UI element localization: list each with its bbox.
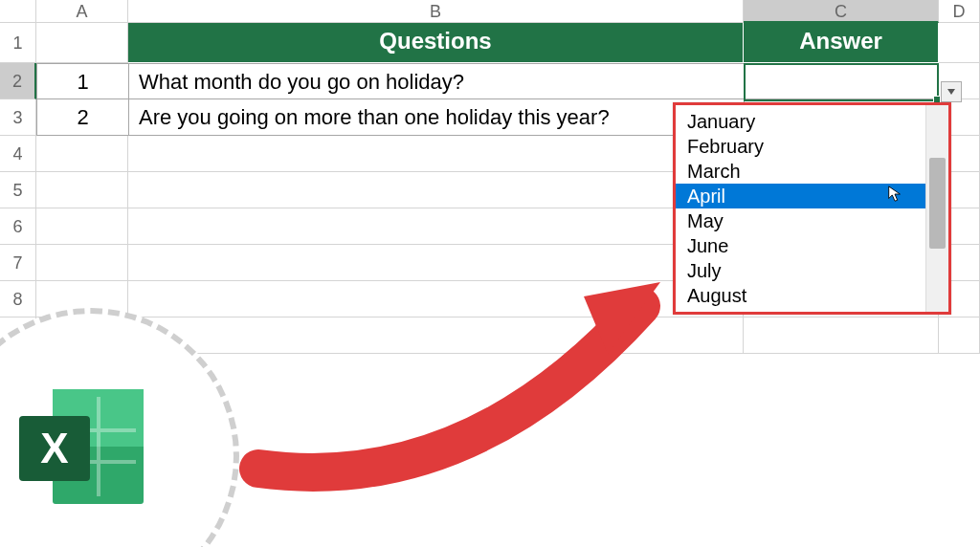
cell-B8[interactable] [128,281,744,317]
row-header-7[interactable]: 7 [0,245,36,281]
dropdown-option[interactable]: June [676,233,925,258]
cell-B3[interactable]: Are you going on more than one holiday t… [128,99,744,136]
cell-A1[interactable] [36,23,128,63]
cell-C2-answer[interactable] [744,63,939,99]
cell-B2[interactable]: What month do you go on holiday? [128,63,744,99]
row-header-2[interactable]: 2 [0,63,36,99]
answer-header[interactable]: Answer [744,23,939,63]
dropdown-scrollbar[interactable] [925,105,948,312]
header-row: 1 Questions Answer [0,23,980,63]
row-header-4[interactable]: 4 [0,136,36,172]
cell-A2[interactable]: 1 [36,63,128,99]
cell-A3[interactable]: 2 [36,99,128,136]
cell-B5[interactable] [128,172,744,208]
data-validation-dropdown[interactable]: January February March April May June Ju… [673,102,951,315]
cell-A6[interactable] [36,208,128,245]
column-header-B[interactable]: B [128,0,744,23]
dropdown-option[interactable]: July [676,258,925,283]
cell-B4[interactable] [128,136,744,172]
cell-A5[interactable] [36,172,128,208]
cell-A4[interactable] [36,136,128,172]
cell-D1[interactable] [939,23,980,63]
dropdown-option[interactable]: May [676,208,925,233]
cell-B7[interactable] [128,245,744,281]
cell-A7[interactable] [36,245,128,281]
dropdown-list: January February March April May June Ju… [676,105,925,312]
row-header-3[interactable]: 3 [0,99,36,136]
row-header-5[interactable]: 5 [0,172,36,208]
dropdown-option-highlighted[interactable]: April [676,184,925,208]
corner-cell[interactable] [0,0,36,23]
column-header-A[interactable]: A [36,0,128,23]
row-header-6[interactable]: 6 [0,208,36,245]
cell-B9[interactable] [128,317,744,354]
row-header-1[interactable]: 1 [0,23,36,63]
spreadsheet-grid[interactable]: A B C D 1 Questions Answer 2 1 What mont… [0,0,980,547]
dropdown-arrow-icon[interactable] [941,81,962,102]
scrollbar-thumb[interactable] [929,158,946,249]
dropdown-option-label: April [687,186,725,207]
questions-header[interactable]: Questions [128,23,744,63]
dropdown-option[interactable]: February [676,134,925,159]
cell-B6[interactable] [128,208,744,245]
cell-D9[interactable] [939,317,980,354]
column-header-D[interactable]: D [939,0,980,23]
cursor-icon [887,186,902,203]
excel-icon: X [19,389,144,504]
row-header-8[interactable]: 8 [0,281,36,317]
column-header-C[interactable]: C [744,0,939,23]
table-row: 2 1 What month do you go on holiday? [0,63,980,99]
column-headers: A B C D [0,0,980,23]
dropdown-option[interactable]: January [676,109,925,134]
cell-C9[interactable] [744,317,939,354]
dropdown-option[interactable]: August [676,283,925,308]
dropdown-option[interactable]: March [676,159,925,184]
excel-x-letter: X [19,416,90,481]
